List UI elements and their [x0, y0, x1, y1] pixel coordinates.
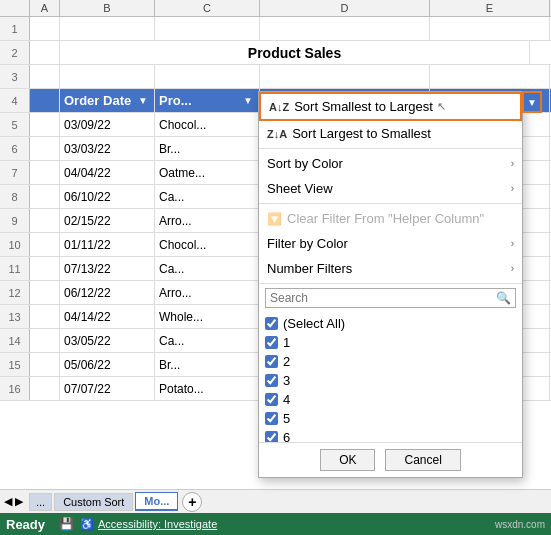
row-3: 3: [0, 65, 551, 89]
cell-b3[interactable]: [60, 65, 155, 88]
col-header-e: E: [430, 0, 550, 16]
search-icon: 🔍: [496, 291, 511, 305]
sort-largest-smallest-item[interactable]: Z↓A Sort Largest to Smallest: [259, 121, 522, 146]
status-ready-label: Ready: [6, 517, 45, 532]
cell-a3[interactable]: [30, 65, 60, 88]
row-2-title: 2 Product Sales: [0, 41, 551, 65]
clear-filter-item[interactable]: 🔽 Clear Filter From "Helper Column": [259, 206, 522, 231]
checkbox-5[interactable]: 5: [265, 409, 516, 428]
checkbox-4-input[interactable]: [265, 393, 278, 406]
checkbox-5-input[interactable]: [265, 412, 278, 425]
checkbox-6-label: 6: [283, 430, 290, 442]
header-order-date-label: Order Date: [64, 93, 131, 108]
ok-button[interactable]: OK: [320, 449, 375, 471]
row-num-3: 3: [0, 65, 30, 88]
row-num-1: 1: [0, 17, 30, 40]
filter-product-button[interactable]: ▼: [241, 95, 255, 106]
status-bar: Ready 💾 ♿ Accessibility: Investigate wsx…: [0, 513, 551, 535]
separator-3: [259, 283, 522, 284]
filter-order-date-button[interactable]: ▼: [136, 95, 150, 106]
checkbox-1-label: 1: [283, 335, 290, 350]
filter-search-box[interactable]: 🔍: [265, 288, 516, 308]
number-filters-label: Number Filters: [267, 261, 352, 276]
filter-by-color-arrow-icon: ›: [511, 238, 514, 249]
tab-scroll-left[interactable]: ◀: [4, 495, 12, 508]
sheet-view-item[interactable]: Sheet View ›: [259, 176, 522, 201]
checkbox-select-all[interactable]: (Select All): [265, 314, 516, 333]
sheet-tabs-bar: ◀ ▶ ... Custom Sort Mo... +: [0, 489, 551, 513]
cell-d1[interactable]: [260, 17, 430, 40]
checkbox-4-label: 4: [283, 392, 290, 407]
save-icon: 💾: [59, 517, 74, 531]
accessibility-icon: ♿: [80, 518, 94, 531]
checkbox-3[interactable]: 3: [265, 371, 516, 390]
tab-scroll-right[interactable]: ▶: [15, 495, 23, 508]
filter-checkbox-list: (Select All) 1 2 3 4 5: [259, 312, 522, 442]
sort-largest-label: Sort Largest to Smallest: [292, 126, 431, 141]
header-order-date[interactable]: Order Date ▼: [60, 89, 155, 112]
row-num-4: 4: [0, 89, 30, 112]
cursor-indicator: ↖: [437, 100, 446, 113]
number-filters-arrow-icon: ›: [511, 263, 514, 274]
checkbox-1-input[interactable]: [265, 336, 278, 349]
cell-a1[interactable]: [30, 17, 60, 40]
sort-smallest-label: Sort Smallest to Largest: [294, 99, 433, 114]
sort-by-color-item[interactable]: Sort by Color ›: [259, 151, 522, 176]
cell-d3[interactable]: [260, 65, 430, 88]
checkbox-4[interactable]: 4: [265, 390, 516, 409]
checkbox-6[interactable]: 6: [265, 428, 516, 442]
clear-filter-label: Clear Filter From "Helper Column": [287, 211, 484, 226]
header-product[interactable]: Pro... ▼: [155, 89, 260, 112]
number-filters-item[interactable]: Number Filters ›: [259, 256, 522, 281]
checkbox-2[interactable]: 2: [265, 352, 516, 371]
sort-za-icon: Z↓A: [267, 128, 287, 140]
filter-search-input[interactable]: [270, 291, 496, 305]
status-icons: 💾 ♿: [59, 517, 94, 531]
tab-custom-sort[interactable]: Custom Sort: [54, 493, 133, 511]
sort-smallest-largest-item[interactable]: A↓Z Sort Smallest to Largest ↖: [259, 92, 522, 121]
row-1: 1: [0, 17, 551, 41]
sort-az-icon: A↓Z: [269, 101, 289, 113]
dropdown-footer: OK Cancel: [259, 442, 522, 477]
column-headers: A B C D E: [0, 0, 551, 17]
col-header-b: B: [60, 0, 155, 16]
col-header-a: A: [30, 0, 60, 16]
header-product-label: Pro...: [159, 93, 192, 108]
cancel-button[interactable]: Cancel: [385, 449, 460, 471]
checkbox-3-input[interactable]: [265, 374, 278, 387]
sheet-view-label: Sheet View: [267, 181, 333, 196]
cell-e1[interactable]: [430, 17, 550, 40]
row-num-header: [0, 0, 30, 16]
sheet-view-arrow-icon: ›: [511, 183, 514, 194]
checkbox-6-input[interactable]: [265, 431, 278, 442]
checkbox-1[interactable]: 1: [265, 333, 516, 352]
separator-1: [259, 148, 522, 149]
spreadsheet-title: Product Sales: [60, 41, 530, 64]
checkbox-select-all-input[interactable]: [265, 317, 278, 330]
filter-dropdown-menu: A↓Z Sort Smallest to Largest ↖ Z↓A Sort …: [258, 91, 523, 478]
tab-ellipsis[interactable]: ...: [29, 493, 52, 511]
checkbox-2-input[interactable]: [265, 355, 278, 368]
sort-by-color-arrow-icon: ›: [511, 158, 514, 169]
add-sheet-button[interactable]: +: [182, 492, 202, 512]
cell-c1[interactable]: [155, 17, 260, 40]
col-header-c: C: [155, 0, 260, 16]
filter-by-color-label: Filter by Color: [267, 236, 348, 251]
cell-b1[interactable]: [60, 17, 155, 40]
cell-e3[interactable]: [430, 65, 550, 88]
tab-active[interactable]: Mo...: [135, 492, 178, 511]
col-header-d: D: [260, 0, 430, 16]
filter-clear-icon: 🔽: [267, 212, 282, 226]
cell-c3[interactable]: [155, 65, 260, 88]
accessibility-label[interactable]: Accessibility: Investigate: [98, 518, 217, 530]
filter-by-color-item[interactable]: Filter by Color ›: [259, 231, 522, 256]
column-e-filter-button[interactable]: ▼: [522, 91, 542, 113]
checkbox-select-all-label: (Select All): [283, 316, 345, 331]
cell-a4[interactable]: [30, 89, 60, 112]
cell-a2[interactable]: [30, 41, 60, 64]
filter-arrow-icon: ▼: [527, 97, 537, 108]
separator-2: [259, 203, 522, 204]
row-num-2: 2: [0, 41, 30, 64]
sort-by-color-label: Sort by Color: [267, 156, 343, 171]
checkbox-5-label: 5: [283, 411, 290, 426]
